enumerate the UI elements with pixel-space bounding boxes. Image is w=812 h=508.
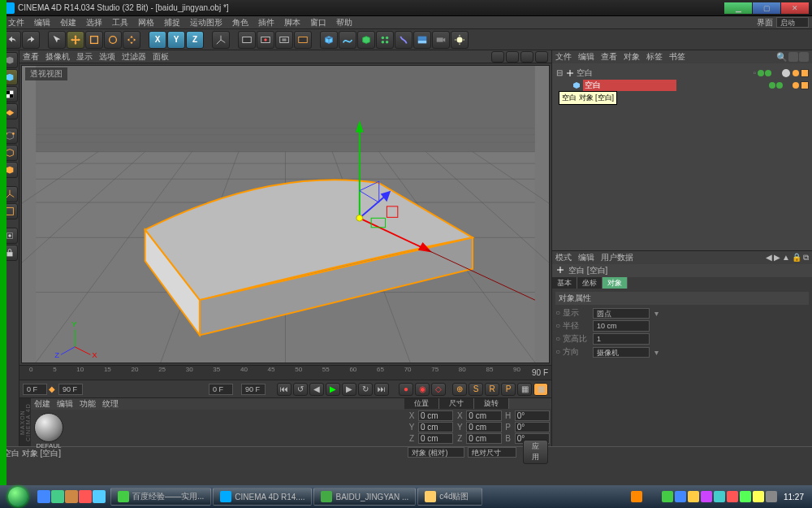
nav-fwd-icon[interactable]: ▶ — [774, 253, 780, 263]
environment-button[interactable] — [413, 31, 431, 49]
task-folder[interactable]: c4d贴图 — [417, 488, 482, 506]
attr-userdata[interactable]: 用户数据 — [601, 252, 633, 263]
prev-frame-button[interactable]: ◀ — [309, 383, 324, 396]
mattab-edit[interactable]: 编辑 — [57, 398, 73, 410]
objtab-file[interactable]: 文件 — [555, 51, 572, 63]
task-c4d[interactable]: CINEMA 4D R14.... — [213, 488, 312, 506]
new-window-icon[interactable]: ⧉ — [803, 253, 809, 263]
vtab-options[interactable]: 选项 — [99, 51, 115, 63]
coord-tab-pos[interactable]: 位置 — [404, 398, 439, 409]
key-pos-button[interactable]: ⊕ — [452, 383, 467, 396]
menu-select[interactable]: 选择 — [81, 17, 107, 28]
nurbs-button[interactable] — [357, 31, 375, 49]
coord-tab-rot[interactable]: 旋转 — [474, 398, 509, 409]
frame-current[interactable]: 0 F — [209, 384, 233, 395]
quicklaunch-3[interactable] — [65, 490, 78, 503]
viewport[interactable]: 透视视图 — [21, 65, 550, 363]
attr-tab-coord[interactable]: 坐标 — [577, 277, 603, 289]
vtab-filter[interactable]: 过滤器 — [122, 51, 146, 63]
menu-edit[interactable]: 编辑 — [29, 17, 55, 28]
coordinate-system-button[interactable] — [212, 31, 230, 49]
coord-field[interactable]: 0° — [515, 410, 550, 421]
objtab-view[interactable]: 查看 — [601, 51, 617, 63]
attr-宽高比[interactable]: 1 — [593, 333, 650, 345]
tray-icon-1[interactable] — [631, 491, 642, 502]
menu-script[interactable]: 脚本 — [279, 17, 305, 28]
move-button[interactable] — [67, 31, 84, 49]
objtab-tags[interactable]: 标签 — [646, 51, 663, 63]
attr-edit[interactable]: 编辑 — [578, 252, 594, 263]
object-tree[interactable]: ⊟ 空白 ▫ 空白 空白 对象 [空白] — [552, 63, 812, 250]
spline-button[interactable] — [339, 31, 356, 49]
vtab-camera[interactable]: 摄像机 — [45, 51, 70, 63]
coord-field[interactable]: 0 cm — [466, 410, 501, 421]
mattab-function[interactable]: 功能 — [80, 398, 96, 410]
tray-icon-5[interactable] — [701, 491, 712, 502]
key-all-button[interactable]: ▦ — [533, 383, 548, 396]
autokey-button[interactable]: ◉ — [415, 383, 430, 396]
menu-help[interactable]: 帮助 — [331, 17, 357, 28]
tray-icon-2[interactable] — [662, 491, 673, 502]
menu-mograph[interactable]: 运动图形 — [185, 17, 227, 28]
task-baidu[interactable]: 百度经验——实用... — [110, 488, 211, 506]
goto-start-button[interactable]: ⏮ — [277, 383, 292, 396]
live-select-button[interactable] — [48, 31, 66, 49]
z-axis-button[interactable]: Z — [186, 31, 204, 49]
attr-tab-basic[interactable]: 基本 — [552, 277, 577, 289]
attr-mode[interactable]: 模式 — [555, 252, 572, 263]
layout-dropdown[interactable]: 启动 — [776, 17, 809, 28]
tray-volume-icon[interactable] — [766, 491, 777, 502]
objtab-object[interactable]: 对象 — [624, 51, 640, 63]
quicklaunch-4[interactable] — [79, 490, 92, 503]
menu-tools[interactable]: 工具 — [107, 17, 133, 28]
vtab-view[interactable]: 查看 — [23, 51, 39, 63]
viewport-nav-4[interactable] — [535, 51, 548, 63]
cube-primitive-button[interactable] — [320, 31, 338, 49]
quicklaunch-1[interactable] — [37, 490, 50, 503]
menu-character[interactable]: 角色 — [227, 17, 253, 28]
maximize-button[interactable]: ▢ — [753, 2, 780, 14]
minimize-button[interactable]: ▁ — [724, 2, 752, 14]
tray-icon-8[interactable] — [740, 491, 751, 502]
menu-plugins[interactable]: 插件 — [253, 17, 279, 28]
filter-icon[interactable] — [799, 52, 809, 62]
render-view-button[interactable] — [238, 31, 256, 49]
tree-child[interactable]: 空白 — [555, 79, 809, 91]
vtab-display[interactable]: 显示 — [76, 51, 93, 63]
eye-icon[interactable] — [788, 52, 798, 62]
apply-button[interactable]: 应用 — [523, 440, 548, 464]
coord-field[interactable]: 0 cm — [466, 422, 501, 432]
viewport-nav-1[interactable] — [491, 51, 504, 63]
x-axis-button[interactable]: X — [149, 31, 166, 49]
menu-snap[interactable]: 捕捉 — [159, 17, 185, 28]
coord-field[interactable]: 0 cm — [418, 433, 453, 444]
tray-icon-3[interactable] — [675, 491, 686, 502]
last-tool-button[interactable] — [123, 31, 140, 49]
coord-size-select[interactable]: 绝对尺寸 — [468, 447, 516, 458]
scale-button[interactable] — [85, 31, 103, 49]
camera-button[interactable] — [432, 31, 450, 49]
rotate-button[interactable] — [104, 31, 122, 49]
tray-icon-4[interactable] — [688, 491, 699, 502]
frame-start[interactable]: 0 F — [23, 384, 47, 395]
light-button[interactable] — [451, 31, 469, 49]
step-forward-button[interactable]: ↻ — [358, 383, 373, 396]
render-settings-button[interactable] — [275, 31, 293, 49]
tag-checker-icon[interactable] — [801, 69, 809, 77]
next-frame-button[interactable]: ▶ — [342, 383, 356, 396]
objtab-bookmarks[interactable]: 书签 — [669, 51, 685, 63]
clock[interactable]: 11:27 — [779, 493, 809, 501]
deformer-button[interactable] — [395, 31, 412, 49]
tray-icon-6[interactable] — [714, 491, 725, 502]
tag-sphere-icon[interactable] — [781, 68, 791, 78]
tray-icon-7[interactable] — [727, 491, 738, 502]
quicklaunch-5[interactable] — [93, 490, 106, 503]
tag-checker-icon-2[interactable] — [801, 81, 809, 89]
close-button[interactable]: ✕ — [781, 2, 809, 14]
start-button[interactable] — [3, 485, 32, 508]
material-preview[interactable] — [34, 413, 63, 442]
expand-icon[interactable]: ⊟ — [555, 68, 564, 77]
tree-root[interactable]: ⊟ 空白 ▫ — [555, 67, 809, 79]
task-jingyan[interactable]: BAIDU_JINGYAN ... — [313, 488, 416, 506]
key-scale-button[interactable]: S — [469, 383, 483, 396]
